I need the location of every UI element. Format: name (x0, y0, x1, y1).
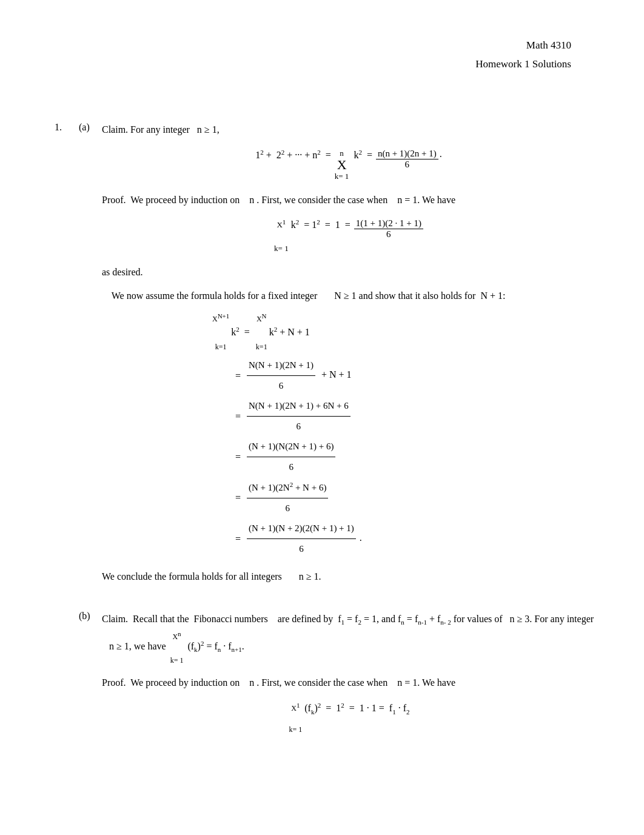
conclusion-a: We conclude the formula holds for all in… (102, 569, 595, 585)
inductive-row-5: = (N + 1)(2N2 + N + 6) 6 (235, 477, 329, 518)
part-a-label: (a) (79, 122, 102, 133)
inductive-row-3: = N(N + 1)(2N + 1) + 6N + 6 6 (235, 396, 352, 437)
sigma-n: n X k= 1 (335, 149, 349, 181)
as-desired: as desired. (102, 264, 595, 280)
part-a-claim: Claim. For any integer n ≥ 1, (102, 122, 595, 138)
part-b-label: (b) (79, 611, 102, 622)
problem-body: (a) Claim. For any integer n ≥ 1, 12 + 2… (79, 122, 595, 757)
part-a: (a) Claim. For any integer n ≥ 1, 12 + 2… (79, 122, 595, 599)
inductive-row-6: = (N + 1)(N + 2)(2(N + 1) + 1) 6 . (235, 518, 362, 559)
inductive-step-math: XN+1 k=1 k2 = XN (211, 309, 595, 559)
page: Math 4310 Homework 1 Solutions 1. (a) Cl… (0, 0, 644, 835)
main-content: 1. (a) Claim. For any integer n ≥ 1, 12 … (49, 122, 595, 757)
base-case-formula: X1 k= 1 k2 = 12 = 1 = 1(1 + 1)(2 · 1 + 1… (102, 218, 595, 253)
part-a-content: Claim. For any integer n ≥ 1, 12 + 22 + … (102, 122, 595, 599)
sigma-1: X1 k= 1 (274, 218, 289, 253)
proof-intro-b: Proof. We proceed by induction on n . Fi… (102, 675, 595, 691)
proof-intro-a: Proof. We proceed by induction on n . Fi… (102, 192, 595, 208)
part-b: (b) Claim. Recall that the Fibonacci num… (79, 611, 595, 745)
homework-title: Homework 1 Solutions (49, 55, 571, 74)
course-title: Math 4310 (49, 36, 571, 55)
inductive-row-2: = N(N + 1)(2N + 1) 6 + N + 1 (235, 355, 352, 396)
inductive-step-intro: We now assume the formula holds for a fi… (102, 288, 595, 304)
fraction-base: 1(1 + 1)(2 · 1 + 1) 6 (354, 218, 423, 253)
part-b-claim: Claim. Recall that the Fibonacci numbers… (102, 611, 595, 666)
header: Math 4310 Homework 1 Solutions (49, 36, 595, 73)
main-formula: 12 + 22 + ··· + n2 = n X k= 1 k2 = n(n (102, 149, 595, 181)
base-case-b: X1 k= 1 (fk)2 = 12 = 1 · 1 = f1 · f2 (102, 702, 595, 734)
fraction-main: n(n + 1)(2n + 1) 6 (376, 149, 438, 181)
part-b-content: Claim. Recall that the Fibonacci numbers… (102, 611, 595, 745)
inductive-row-1: XN+1 k=1 k2 = XN (211, 309, 310, 355)
inductive-row-4: = (N + 1)(N(2N + 1) + 6) 6 (235, 437, 337, 477)
problem-number: 1. (55, 122, 79, 133)
problem-1: 1. (a) Claim. For any integer n ≥ 1, 12 … (55, 122, 595, 757)
